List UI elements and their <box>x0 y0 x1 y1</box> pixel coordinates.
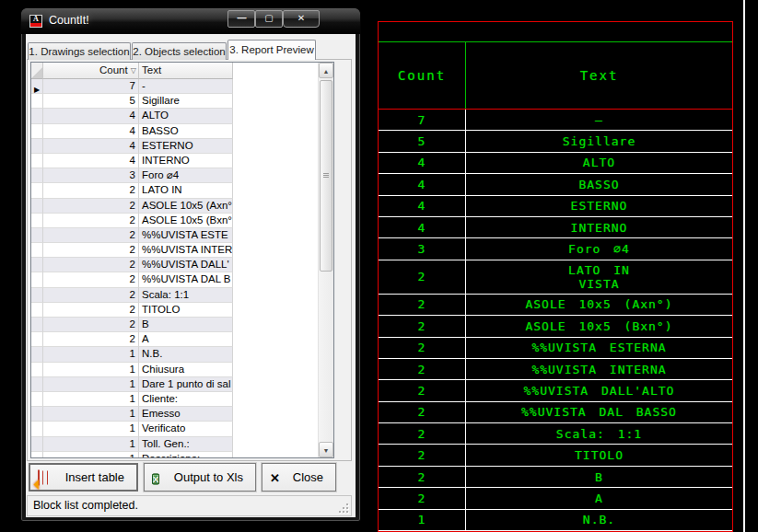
grid-cell-text[interactable]: ASOLE 10x5 (Axn° <box>139 199 233 214</box>
grid-row[interactable]: 2ASOLE 10x5 (Bxn° <box>31 214 318 228</box>
row-indicator-cell[interactable] <box>31 124 43 139</box>
grid-cell-count[interactable]: 1 <box>43 392 139 407</box>
row-indicator-cell[interactable] <box>31 168 43 183</box>
grid-row[interactable]: 1Verificato <box>31 422 318 436</box>
row-indicator-cell[interactable] <box>31 272 43 287</box>
grid-row[interactable]: 1Descrizione: <box>31 452 318 457</box>
row-indicator-cell[interactable] <box>31 422 43 436</box>
grid-cell-text[interactable]: ESTERNO <box>139 139 233 154</box>
grid-cell-text[interactable]: %%UVISTA INTER <box>139 243 233 258</box>
grid-row[interactable]: 5Sigillare <box>31 94 318 109</box>
row-indicator-cell[interactable] <box>31 94 43 109</box>
grid-cell-count[interactable]: 1 <box>43 422 139 436</box>
grid-cell-count[interactable]: 1 <box>43 363 139 377</box>
tab-drawings-selection[interactable]: 1. Drawings selection <box>28 42 131 60</box>
row-indicator-cell[interactable] <box>31 214 43 228</box>
row-indicator-cell[interactable] <box>31 332 43 347</box>
grid-row[interactable]: 2A <box>31 332 318 347</box>
grid-cell-count[interactable]: 2 <box>43 183 139 198</box>
grid-cell-text[interactable]: ALTO <box>139 109 233 123</box>
grid-row[interactable]: 2Scala: 1:1 <box>31 288 318 303</box>
grid-cell-count[interactable]: 4 <box>43 124 139 139</box>
row-indicator-cell[interactable] <box>31 377 43 392</box>
grid-cell-count[interactable]: 2 <box>43 272 139 287</box>
grid-cell-text[interactable]: LATO IN <box>139 183 233 198</box>
grid-cell-text[interactable]: Verificato <box>139 422 233 436</box>
grid-cell-count[interactable]: 2 <box>43 332 139 347</box>
grid-row[interactable]: 2LATO IN <box>31 183 318 198</box>
grid-cell-text[interactable]: BASSO <box>139 124 233 139</box>
scroll-up-button[interactable]: ▲ <box>319 63 333 78</box>
grid-cell-text[interactable]: %%UVISTA ESTE <box>139 228 233 243</box>
grid-cell-count[interactable]: 2 <box>43 199 139 214</box>
row-indicator-cell[interactable] <box>31 139 43 154</box>
grid-cell-text[interactable]: Emesso <box>139 407 233 422</box>
row-indicator-cell[interactable] <box>31 243 43 258</box>
grid-cell-text[interactable]: Descrizione: <box>139 452 233 457</box>
titlebar[interactable]: A CountIt! — ▢ ✕ <box>21 8 360 34</box>
grid-corner-cell[interactable] <box>31 63 43 79</box>
close-window-button[interactable]: ✕ <box>283 10 320 28</box>
grid-cell-text[interactable]: A <box>139 332 233 347</box>
grid-row[interactable]: 2%%UVISTA DAL B <box>31 272 318 287</box>
row-indicator-cell[interactable] <box>31 437 43 452</box>
grid-cell-count[interactable]: 2 <box>43 214 139 228</box>
row-indicator-cell[interactable] <box>31 154 43 168</box>
grid-row[interactable]: 2ASOLE 10x5 (Axn° <box>31 199 318 214</box>
row-indicator-cell[interactable] <box>31 363 43 377</box>
grid-row[interactable]: 4ESTERNO <box>31 139 318 154</box>
grid-cell-count[interactable]: 4 <box>43 139 139 154</box>
grid-cell-count[interactable]: 7 <box>43 79 139 94</box>
grid-row[interactable]: 1Chiusura <box>31 363 318 377</box>
grid-row[interactable]: 2%%UVISTA INTER <box>31 243 318 258</box>
grid-row[interactable]: 4BASSO <box>31 124 318 139</box>
grid-cell-count[interactable]: 1 <box>43 437 139 452</box>
grid-cell-count[interactable]: 4 <box>43 154 139 168</box>
row-indicator-cell[interactable] <box>31 392 43 407</box>
grid-row[interactable]: ▶7- <box>31 79 318 94</box>
grid-row[interactable]: 4ALTO <box>31 109 318 123</box>
row-indicator-cell[interactable] <box>31 228 43 243</box>
row-indicator-cell[interactable] <box>31 288 43 303</box>
grid-cell-text[interactable]: %%UVISTA DALL' <box>139 258 233 272</box>
row-indicator-cell[interactable] <box>31 347 43 362</box>
grid-row[interactable]: 2%%UVISTA ESTE <box>31 228 318 243</box>
grid-cell-count[interactable]: 2 <box>43 288 139 303</box>
grid-row[interactable]: 4INTERNO <box>31 154 318 168</box>
close-button[interactable]: ✕ Close <box>262 463 336 492</box>
grid-cell-count[interactable]: 1 <box>43 407 139 422</box>
grid-cell-count[interactable]: 1 <box>43 347 139 362</box>
grid-cell-count[interactable]: 1 <box>43 452 139 457</box>
row-indicator-cell[interactable] <box>31 318 43 332</box>
grid-cell-text[interactable]: TITOLO <box>139 303 233 318</box>
output-to-xls-button[interactable]: X Output to Xls <box>144 463 256 492</box>
report-grid[interactable]: Count ▽ Text ▶7-5Sigillare4ALTO4BASSO4ES… <box>30 62 334 458</box>
resize-grip[interactable] <box>339 503 348 513</box>
grid-cell-text[interactable]: %%UVISTA DAL B <box>139 272 233 287</box>
tab-objects-selection[interactable]: 2. Objects selection <box>132 42 227 60</box>
grid-cell-count[interactable]: 1 <box>43 377 139 392</box>
row-indicator-cell[interactable] <box>31 407 43 422</box>
grid-row[interactable]: 1N.B. <box>31 347 318 362</box>
grid-cell-text[interactable]: B <box>139 318 233 332</box>
grid-cell-count[interactable]: 2 <box>43 228 139 243</box>
grid-row[interactable]: 1Dare 1 punto di sal <box>31 377 318 392</box>
grid-cell-count[interactable]: 4 <box>43 109 139 123</box>
grid-cell-text[interactable]: ASOLE 10x5 (Bxn° <box>139 214 233 228</box>
grid-cell-text[interactable]: Dare 1 punto di sal <box>139 377 233 392</box>
grid-cell-count[interactable]: 2 <box>43 303 139 318</box>
grid-cell-text[interactable]: - <box>139 79 233 94</box>
row-indicator-cell[interactable]: ▶ <box>31 79 43 94</box>
grid-row[interactable]: 2%%UVISTA DALL' <box>31 258 318 272</box>
scrollbar-thumb[interactable] <box>320 80 332 272</box>
grid-cell-text[interactable]: INTERNO <box>139 154 233 168</box>
grid-cell-count[interactable]: 2 <box>43 243 139 258</box>
minimize-button[interactable]: — <box>227 10 255 28</box>
grid-row[interactable]: 1Emesso <box>31 407 318 422</box>
grid-row[interactable]: 2TITOLO <box>31 303 318 318</box>
scroll-down-button[interactable]: ▼ <box>319 442 333 457</box>
maximize-button[interactable]: ▢ <box>255 10 283 28</box>
grid-cell-count[interactable]: 2 <box>43 318 139 332</box>
grid-row[interactable]: 2B <box>31 318 318 332</box>
grid-vertical-scrollbar[interactable]: ▲ ▼ <box>318 63 333 457</box>
